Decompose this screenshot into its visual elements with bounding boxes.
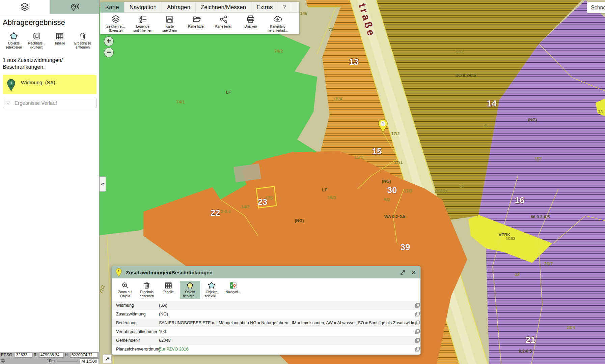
copy-icon[interactable] [415, 321, 420, 325]
tab-layers[interactable] [0, 0, 50, 14]
attribute-value: SANIERUNGSGEBEBIETE mit Mängelangaben NG… [159, 321, 415, 325]
h-label: H: [65, 353, 69, 357]
copy-icon[interactable] [415, 312, 420, 316]
popup-close-button[interactable]: ✕ [411, 269, 416, 276]
highlight-polygon-icon [186, 281, 194, 290]
map-pins-icon [70, 2, 79, 12]
legend-icon [138, 15, 147, 24]
navigation-app-button[interactable]: V Navigati... [223, 281, 243, 299]
expand-icon [400, 270, 406, 275]
highlight-object-button[interactable]: Objekthervorh... [180, 281, 200, 299]
copy-icon[interactable] [415, 329, 420, 334]
zoom-to-object-button[interactable]: Zoom aufObjekt [115, 281, 135, 299]
tool-label: Kartenbildherunterlad... [268, 25, 288, 33]
buffer-neighbors-button[interactable]: Nachbars...(Puffern) [26, 32, 47, 50]
tool-label: Objekthervorh... [183, 290, 197, 298]
scale-bar [57, 360, 78, 362]
scale-distance-label: 10m [47, 359, 55, 363]
popup-detach-button[interactable]: ↗ [103, 354, 112, 363]
table-button[interactable]: Tabelle [158, 281, 178, 299]
copy-icon[interactable] [415, 303, 420, 308]
map-label: DO 0.2-0.5 [455, 73, 476, 78]
results-history-toggle[interactable]: ▽ Ergebnisse Verlauf [3, 98, 97, 108]
zoom-in-button[interactable]: + [104, 36, 114, 46]
map-scale-input[interactable]: M 1:500 [80, 358, 99, 364]
load-map-button[interactable]: Karte laden [184, 15, 210, 33]
remove-result-button[interactable]: Ergebnisentfernen [137, 281, 157, 299]
menu-item-extras[interactable]: Extras [251, 2, 278, 12]
folder-icon [192, 15, 201, 24]
menu-item-zeichnen-messen[interactable]: Zeichnen/Messen [196, 2, 251, 12]
attribute-key: Zusatzwidmung [112, 312, 159, 316]
tool-label: Ergebnisseentfernen [74, 41, 91, 50]
legend-themes-button[interactable]: Legendeund Themen [130, 15, 156, 33]
copy-icon[interactable] [415, 347, 420, 352]
tab-results[interactable] [50, 0, 100, 14]
popup-title: Zusatzwidmungen/Beschränkungen [126, 270, 394, 275]
menu-item-help[interactable]: ? [278, 2, 291, 12]
coordinate-row: EPSG: R: H: [0, 352, 100, 358]
copyright-icon[interactable]: © [1, 358, 5, 364]
map-label: VERK [499, 233, 511, 237]
share-map-button[interactable]: Karte teilen [211, 15, 237, 33]
map-label: 16 [515, 195, 525, 205]
map-label: 21 [526, 335, 535, 345]
svg-text:1: 1 [10, 81, 12, 85]
search-input[interactable]: Schne [587, 2, 605, 13]
map-label: 22 [211, 208, 220, 218]
tool-label: Zoom aufObjekt [118, 290, 132, 298]
remove-results-button[interactable]: Ergebnisseentfernen [72, 32, 93, 50]
table-button[interactable]: Tabelle [49, 32, 70, 50]
save-map-button[interactable]: Kartespeichern [157, 15, 183, 33]
map-label: 14/2 [241, 204, 249, 209]
epsg-label: EPSG: [1, 353, 13, 357]
zoom-out-button[interactable]: − [104, 48, 114, 57]
download-map-image-button[interactable]: Kartenbildherunterlad... [265, 15, 291, 33]
select-polygon-icon [9, 32, 18, 40]
sidebar: Abfrageergebnisse Objekteselektieren Nac… [0, 0, 100, 364]
buffer-icon [32, 32, 41, 40]
menu-item-navigation[interactable]: Navigation [125, 2, 162, 12]
popup-pin-icon: 1 [115, 267, 122, 277]
map-label: 74/2 [274, 49, 283, 54]
popup-header[interactable]: 1 Zusatzwidmungen/Beschränkungen ✕ [112, 266, 420, 278]
epsg-input[interactable] [15, 353, 32, 358]
cloud-download-icon [273, 15, 282, 24]
map-label: 15/3 [327, 195, 336, 200]
map-label: 15/4 [333, 96, 342, 101]
layers-services-button[interactable]: Zeichenrei...(Dienste) [103, 15, 129, 33]
print-button[interactable]: Drucken [238, 15, 264, 33]
map-label: LF [322, 188, 327, 192]
popup-expand-button[interactable] [400, 270, 406, 275]
map-label: (NG) [295, 218, 304, 223]
result-list-item[interactable]: 1 Widmung: (SA) [3, 75, 97, 94]
menu-item-abfragen[interactable]: Abfragen [162, 2, 196, 12]
map-label: 17/3 [404, 188, 412, 193]
select-objects-button[interactable]: Objekteselektieren [3, 32, 24, 50]
map-label: 33 [598, 109, 603, 114]
attribute-value: (SA) [159, 303, 415, 308]
result-count-text: 1 aus Zusatzwidmungen/ Beschränkungen: [0, 52, 99, 72]
chevron-down-icon: ▽ [6, 100, 10, 105]
menu-item-karte[interactable]: Karte [100, 2, 125, 12]
result-item-label: Widmung: (SA) [21, 80, 55, 85]
copy-icon[interactable] [415, 338, 420, 343]
sidebar-collapse-handle[interactable]: « [100, 176, 106, 192]
pzvo-link[interactable]: Zur PZVO 2016 [159, 347, 415, 352]
map-label: (NG) [528, 118, 537, 122]
table-row: Bedeutung SANIERUNGSGEBEBIETE mit Mängel… [112, 318, 420, 327]
map-label: LF [226, 90, 231, 95]
tool-label: Ergebnisentfernen [140, 290, 154, 298]
result-pin-icon: 1 [6, 78, 16, 92]
map-label: 6 [484, 123, 487, 128]
map-label: 33/2 [455, 49, 463, 54]
tool-label: Tabelle [163, 290, 174, 294]
select-objects-button[interactable]: Objekteselektie... [201, 281, 222, 299]
map-label: 15 [372, 146, 382, 156]
h-coordinate-input[interactable] [70, 353, 98, 358]
map-label: 73 [329, 27, 333, 32]
navigation-icon: V [229, 281, 237, 290]
tool-label: Legendeund Themen [133, 25, 152, 33]
table-icon [164, 281, 172, 290]
r-coordinate-input[interactable] [39, 353, 63, 358]
